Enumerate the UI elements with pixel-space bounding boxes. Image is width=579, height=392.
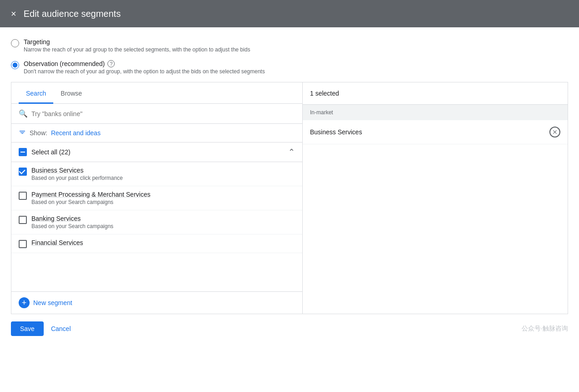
filter-icon <box>19 128 26 137</box>
new-segment-bar[interactable]: + New segment <box>11 291 302 314</box>
new-segment-label: New segment <box>33 299 72 306</box>
item-name-2: Banking Services <box>31 215 113 222</box>
observation-radio[interactable] <box>11 61 19 69</box>
targeting-label: Targeting <box>24 38 250 46</box>
targeting-desc: Narrow the reach of your ad group to the… <box>24 46 250 53</box>
search-box: 🔍 <box>11 104 302 124</box>
plus-icon: + <box>19 297 30 308</box>
selected-item-row: Business Services <box>303 120 568 144</box>
list-item[interactable]: Banking Services Based on your Search ca… <box>11 210 302 234</box>
targeting-radio[interactable] <box>11 39 19 47</box>
observation-desc: Don't narrow the reach of your ad group,… <box>24 68 265 75</box>
list-item[interactable]: Payment Processing & Merchant Services B… <box>11 186 302 210</box>
item-checkbox-1[interactable] <box>19 192 27 200</box>
item-desc-2: Based on your Search campaigns <box>31 223 113 229</box>
item-name-3: Financial Services <box>31 239 83 246</box>
select-all-checkbox[interactable] <box>19 148 27 156</box>
help-icon[interactable]: ? <box>107 60 115 67</box>
list-item[interactable]: Financial Services <box>11 234 302 253</box>
dialog-header: × Edit audience segments <box>0 0 579 27</box>
right-panel: 1 selected In-market Business Services <box>303 82 568 314</box>
footer: Save Cancel 公众号·触脉咨询 <box>0 314 579 343</box>
item-checkbox-3[interactable] <box>19 240 27 248</box>
list-item[interactable]: Business Services Based on your past cli… <box>11 162 302 186</box>
selected-item-name: Business Services <box>310 128 362 136</box>
remove-icon[interactable] <box>549 127 560 137</box>
filter-bar: Show: Recent and ideas <box>11 124 302 143</box>
in-market-header: In-market <box>303 105 568 120</box>
cancel-button[interactable]: Cancel <box>51 325 71 332</box>
targeting-option[interactable]: Targeting Narrow the reach of your ad gr… <box>11 38 568 53</box>
item-name-1: Payment Processing & Merchant Services <box>31 191 150 198</box>
left-panel: Search Browse 🔍 Show: Recent and ideas <box>11 82 303 314</box>
tabs-bar: Search Browse <box>11 82 302 104</box>
content-area: Targeting Narrow the reach of your ad gr… <box>0 27 579 314</box>
item-checkbox-0[interactable] <box>19 168 27 176</box>
dialog-title: Edit audience segments <box>24 9 121 19</box>
item-name-0: Business Services <box>31 167 123 174</box>
list-area: Select all (22) ⌃ Business Services Base… <box>11 143 302 291</box>
observation-label: Observation (recommended) ? <box>24 60 265 67</box>
observation-option[interactable]: Observation (recommended) ? Don't narrow… <box>11 60 568 75</box>
select-all-row: Select all (22) ⌃ <box>11 143 302 162</box>
item-desc-0: Based on your past click performance <box>31 175 123 181</box>
tab-browse[interactable]: Browse <box>53 82 89 104</box>
filter-link[interactable]: Recent and ideas <box>51 129 101 137</box>
collapse-icon[interactable]: ⌃ <box>288 147 295 157</box>
item-desc-1: Based on your Search campaigns <box>31 199 150 205</box>
save-button[interactable]: Save <box>11 321 44 336</box>
close-icon[interactable]: × <box>11 9 16 19</box>
panel-container: Search Browse 🔍 Show: Recent and ideas <box>11 82 568 314</box>
search-input[interactable] <box>31 110 295 117</box>
selected-count: 1 selected <box>303 82 568 105</box>
tab-search[interactable]: Search <box>19 82 53 104</box>
select-all-label: Select all (22) <box>31 148 71 156</box>
filter-text: Show: <box>30 129 47 137</box>
watermark: 公众号·触脉咨询 <box>522 325 568 333</box>
search-icon: 🔍 <box>19 109 28 118</box>
item-checkbox-2[interactable] <box>19 216 27 224</box>
